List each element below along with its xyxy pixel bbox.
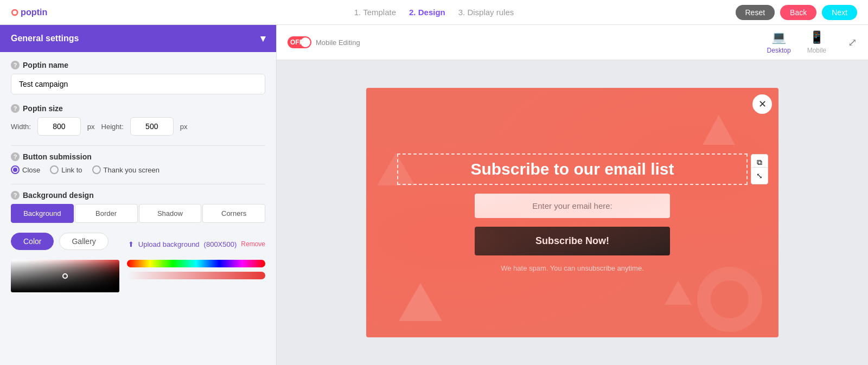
expand-button[interactable]: ⤢ <box>848 36 857 49</box>
height-label: Height: <box>101 123 124 131</box>
steps-nav: 1. Template 2. Design 3. Display rules <box>354 8 514 17</box>
tab-shadow[interactable]: Shadow <box>139 204 202 223</box>
popup-subscribe-button[interactable]: Subscribe Now! <box>475 227 670 255</box>
divider-2 <box>11 184 265 184</box>
color-gradient-picker[interactable] <box>11 260 119 292</box>
tab-border[interactable]: Border <box>75 204 138 223</box>
radio-link-label: Link to <box>61 166 82 174</box>
height-input[interactable] <box>130 117 174 136</box>
popup-spam-text: We hate spam. You can unsubscribe anytim… <box>501 264 644 272</box>
radio-thankyou-label: Thank you screen <box>104 166 159 174</box>
reset-button[interactable]: Reset <box>736 5 775 20</box>
upload-label: Upload background <box>138 240 200 248</box>
radio-link-dot <box>50 165 59 174</box>
color-pickers-row <box>11 260 265 292</box>
popup-email-input[interactable] <box>475 194 670 218</box>
poptin-name-help-icon[interactable]: ? <box>11 61 20 69</box>
panel-collapse-icon[interactable]: ▾ <box>260 33 265 44</box>
mobile-btn[interactable]: 📱 Mobile <box>807 30 826 54</box>
height-px: px <box>180 123 188 131</box>
poptin-name-input[interactable] <box>11 74 265 94</box>
preview-area: ✕ Subscribe to our email list ⧉ ⤡ Subscr… <box>277 60 868 365</box>
deco-triangle-1 <box>399 283 442 321</box>
color-section: Color Gallery ⬆ Upload background (800X5… <box>11 233 265 292</box>
background-design-label: ? Background design <box>11 191 265 200</box>
poptin-size-group: ? Poptin size Width: px Height: px <box>11 104 265 136</box>
main-layout: General settings ▾ ? Poptin name ? Popti… <box>0 25 868 365</box>
width-px: px <box>87 123 95 131</box>
color-hue-section <box>127 260 265 292</box>
poptin-size-label: ? Poptin size <box>11 104 265 113</box>
topbar-actions: Reset Back Next <box>736 5 858 20</box>
step-design[interactable]: 2. Design <box>409 8 445 17</box>
width-label: Width: <box>11 123 31 131</box>
radio-link[interactable]: Link to <box>50 165 82 174</box>
bg-design-help-icon[interactable]: ? <box>11 191 20 200</box>
color-toggle-row: Color Gallery <box>11 233 108 250</box>
left-panel: General settings ▾ ? Poptin name ? Popti… <box>0 25 277 365</box>
tab-corners[interactable]: Corners <box>202 204 265 223</box>
next-button[interactable]: Next <box>822 5 857 20</box>
poptin-name-label: ? Poptin name <box>11 61 265 69</box>
mobile-label: Mobile <box>807 47 826 54</box>
topbar: poptin 1. Template 2. Design 3. Display … <box>0 0 868 25</box>
opacity-slider[interactable] <box>127 272 265 279</box>
button-submission-group: ? Button submission Close Link to Thank … <box>11 152 265 174</box>
panel-body: ? Poptin name ? Poptin size Width: px He… <box>0 52 276 301</box>
svg-text:poptin: poptin <box>21 7 47 17</box>
popup-title-box[interactable]: Subscribe to our email list ⧉ ⤡ <box>397 153 748 185</box>
right-preview: OFF Mobile Editing 💻 Desktop 📱 Mobile ⤢ <box>277 25 868 365</box>
desktop-label: Desktop <box>767 47 791 54</box>
panel-header-title: General settings <box>11 34 79 43</box>
toggle-wrap: OFF Mobile Editing <box>288 36 360 48</box>
popup-resize-icon[interactable]: ⤡ <box>751 167 768 184</box>
upload-row[interactable]: ⬆ Upload background (800X500) Remove <box>128 240 265 248</box>
background-design-group: ? Background design Background Border Sh… <box>11 191 265 223</box>
toggle-knob <box>301 37 310 47</box>
desktop-btn[interactable]: 💻 Desktop <box>767 30 791 54</box>
svg-point-1 <box>13 10 17 14</box>
deco-triangle-3 <box>665 280 692 305</box>
deco-triangle-2 <box>703 115 735 145</box>
button-submission-label: ? Button submission <box>11 152 265 161</box>
btn-submission-help-icon[interactable]: ? <box>11 152 20 161</box>
radio-close[interactable]: Close <box>11 165 40 174</box>
upload-size: (800X500) <box>204 240 237 248</box>
desktop-icon: 💻 <box>771 30 786 44</box>
preview-toolbar: OFF Mobile Editing 💻 Desktop 📱 Mobile ⤢ <box>277 25 868 60</box>
color-toggle-btn[interactable]: Color <box>11 233 54 250</box>
hue-slider[interactable] <box>127 260 265 267</box>
logo: poptin <box>11 4 60 21</box>
popup-container: ✕ Subscribe to our email list ⧉ ⤡ Subscr… <box>366 88 778 337</box>
mobile-editing-label: Mobile Editing <box>316 39 360 47</box>
gallery-toggle-btn[interactable]: Gallery <box>59 233 108 250</box>
divider-1 <box>11 145 265 146</box>
device-group: 💻 Desktop 📱 Mobile <box>767 30 826 54</box>
popup-title: Subscribe to our email list <box>420 160 725 178</box>
popup-close-button[interactable]: ✕ <box>752 94 772 114</box>
radio-thankyou-dot <box>92 165 101 174</box>
poptin-name-group: ? Poptin name <box>11 61 265 94</box>
radio-group: Close Link to Thank you screen <box>11 165 265 174</box>
bg-design-tabs: Background Border Shadow Corners <box>11 204 265 223</box>
upload-icon: ⬆ <box>128 240 134 248</box>
radio-close-label: Close <box>22 166 40 174</box>
radio-close-dot <box>11 165 20 174</box>
panel-header: General settings ▾ <box>0 25 276 52</box>
width-input[interactable] <box>37 117 81 136</box>
back-button[interactable]: Back <box>780 5 816 20</box>
deco-circle <box>697 267 762 332</box>
color-toggle-upload-row: Color Gallery ⬆ Upload background (800X5… <box>11 233 265 255</box>
mobile-icon: 📱 <box>809 30 824 44</box>
remove-label[interactable]: Remove <box>241 240 265 248</box>
step-template[interactable]: 1. Template <box>354 8 396 17</box>
tab-background[interactable]: Background <box>11 204 74 223</box>
mobile-editing-toggle[interactable]: OFF <box>288 36 311 48</box>
poptin-size-help-icon[interactable]: ? <box>11 104 20 113</box>
step-display[interactable]: 3. Display rules <box>458 8 514 17</box>
radio-thankyou[interactable]: Thank you screen <box>92 165 159 174</box>
size-row: Width: px Height: px <box>11 117 265 136</box>
